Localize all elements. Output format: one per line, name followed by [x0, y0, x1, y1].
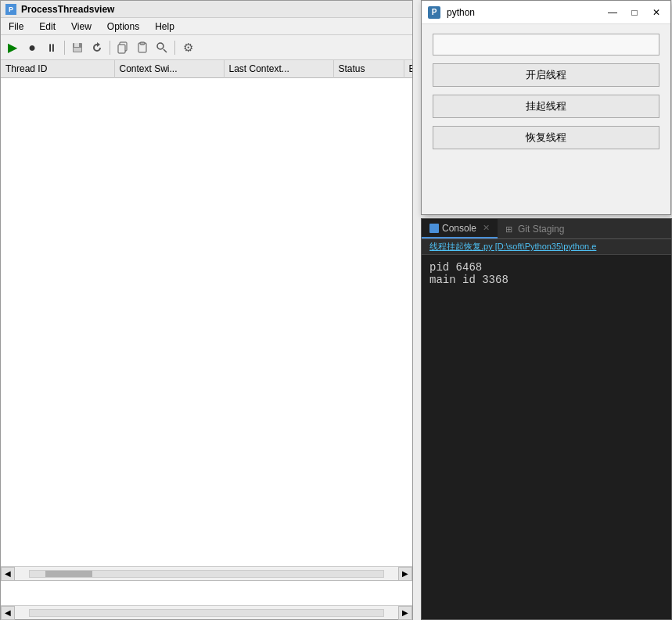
bottom-hscroll: ◀ ▶	[1, 605, 412, 619]
console-tab-close[interactable]: ✕	[483, 223, 490, 233]
resume-thread-button[interactable]: 恢复线程	[433, 126, 659, 149]
python-body: 开启线程 挂起线程 恢复线程	[422, 24, 670, 214]
thread-table: Thread ID Context Swi... Last Context...…	[1, 60, 412, 78]
python-icon: P	[428, 6, 440, 19]
main-app-icon: P	[5, 4, 16, 15]
hscroll-track	[29, 570, 384, 578]
menu-file[interactable]: File	[1, 18, 31, 34]
svg-line-8	[164, 49, 167, 52]
minimize-button[interactable]: —	[605, 5, 620, 20]
tab-git-staging[interactable]: ⊞ Git Staging	[498, 219, 572, 238]
svg-rect-1	[74, 43, 79, 47]
console-panel: Console ✕ ⊞ Git Staging 线程挂起恢复.py [D:\so…	[421, 218, 672, 620]
menu-view[interactable]: View	[63, 18, 99, 34]
tab-console[interactable]: Console ✕	[422, 219, 498, 238]
git-staging-label: Git Staging	[518, 224, 564, 235]
toolbar-separator-1	[64, 41, 65, 55]
python-window: P python — □ ✕ 开启线程 挂起线程 恢复线程	[421, 0, 671, 215]
col-thread-id: Thread ID	[1, 60, 114, 78]
hscroll-thumb[interactable]	[45, 571, 92, 577]
svg-rect-6	[140, 42, 145, 45]
svg-point-7	[157, 43, 164, 49]
play-button[interactable]: ▶	[4, 39, 21, 56]
console-tab-icon	[429, 224, 439, 233]
settings-button[interactable]: ⚙	[179, 39, 196, 56]
toolbar-separator-2	[110, 41, 110, 55]
console-filepath[interactable]: 线程挂起恢复.py [D:\soft\Python35\python.e	[422, 239, 671, 255]
toolbar-separator-3	[174, 41, 175, 55]
console-tab-label: Console	[442, 223, 476, 234]
main-hscroll: ◀ ▶	[1, 566, 412, 580]
col-last-context: Last Context...	[224, 60, 333, 78]
col-ba: Ba	[404, 60, 412, 78]
console-tabbar: Console ✕ ⊞ Git Staging	[422, 219, 671, 239]
main-title: ProcessThreadsview	[21, 4, 114, 15]
main-window: P ProcessThreadsview File Edit View Opti…	[0, 0, 413, 620]
thread-table-container: Thread ID Context Swi... Last Context...…	[1, 60, 412, 566]
hscroll-left-arrow[interactable]: ◀	[1, 567, 15, 581]
git-staging-icon: ⊞	[505, 224, 515, 234]
paste-button[interactable]	[134, 39, 151, 56]
save-button[interactable]	[69, 39, 86, 56]
copy-button[interactable]	[114, 39, 131, 56]
bottom-hscroll-left[interactable]: ◀	[1, 606, 15, 620]
main-toolbar: ▶ ● ⏸ ⚙	[1, 35, 412, 60]
python-titlebar: P python — □ ✕	[422, 1, 670, 24]
python-input[interactable]	[433, 34, 659, 56]
refresh-button[interactable]	[88, 39, 106, 56]
hscroll-right-arrow[interactable]: ▶	[398, 567, 412, 581]
start-thread-button[interactable]: 开启线程	[433, 63, 659, 87]
svg-rect-2	[74, 48, 81, 52]
col-context-sw: Context Swi...	[114, 60, 224, 78]
main-titlebar: P ProcessThreadsview	[1, 1, 412, 18]
suspend-thread-button[interactable]: 挂起线程	[433, 95, 659, 118]
pause-button[interactable]: ⏸	[43, 39, 60, 56]
menu-options[interactable]: Options	[99, 18, 147, 34]
bottom-hscroll-track	[29, 609, 384, 617]
close-button[interactable]: ✕	[649, 5, 664, 20]
console-output: pid 6468 main id 3368	[422, 255, 671, 619]
menu-help[interactable]: Help	[147, 18, 182, 34]
main-menubar: File Edit View Options Help	[1, 18, 412, 35]
menu-edit[interactable]: Edit	[31, 18, 63, 34]
svg-rect-4	[118, 45, 125, 53]
maximize-button[interactable]: □	[627, 5, 642, 20]
col-status: Status	[333, 60, 404, 78]
find-button[interactable]	[153, 39, 171, 56]
bottom-panel: ◀ ▶	[1, 580, 412, 619]
stop-button[interactable]: ●	[23, 39, 41, 56]
bottom-hscroll-right[interactable]: ▶	[398, 606, 412, 620]
python-title: python	[447, 7, 598, 18]
